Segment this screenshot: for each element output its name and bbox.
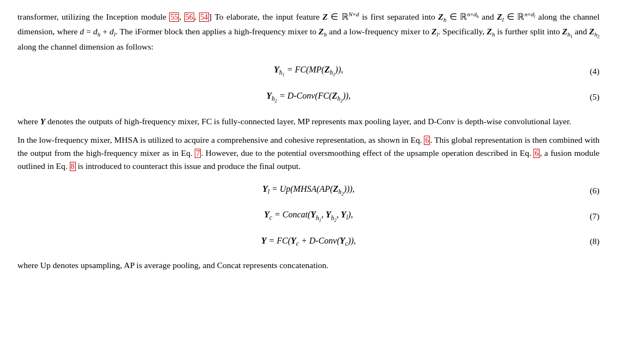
equation-6: Yl = Up(MHSA(AP(Zh2))), (6) bbox=[17, 183, 600, 198]
eq4-formula: Yh1 = FC(MP(Zh1)), bbox=[17, 63, 600, 79]
p1-comma2: , bbox=[194, 12, 199, 21]
equation-4: Yh1 = FC(MP(Zh1)), (4) bbox=[17, 63, 600, 79]
eq8-formula: Y = FC(Yc + D-Conv(Yc)), bbox=[17, 234, 600, 249]
equation-5: Yh2 = D-Conv(FC(Zh2)), (5) bbox=[17, 89, 600, 105]
eq7-number: (7) bbox=[590, 210, 600, 223]
eq6-formula: Yl = Up(MHSA(AP(Zh2))), bbox=[17, 183, 600, 198]
ref-6a[interactable]: 6 bbox=[424, 136, 430, 145]
eq4-number: (4) bbox=[590, 65, 600, 78]
eq8-number: (8) bbox=[590, 235, 600, 248]
eq5-formula: Yh2 = D-Conv(FC(Zh2)), bbox=[17, 89, 600, 105]
p2-text: where Y denotes the outputs of high-freq… bbox=[17, 117, 571, 126]
ref-7[interactable]: 7 bbox=[195, 149, 201, 158]
ref-56[interactable]: 56 bbox=[184, 13, 194, 22]
ref-55[interactable]: 55 bbox=[169, 13, 179, 22]
eq5-number: (5) bbox=[590, 90, 600, 104]
main-content: transformer, utilizing the Inception mod… bbox=[17, 10, 600, 272]
p1-text-1: transformer, utilizing the Inception mod… bbox=[17, 12, 169, 21]
paragraph-3: In the low-frequency mixer, MHSA is util… bbox=[17, 134, 600, 173]
equation-7: Yc = Concat(Yh1, Yh2, Yl), (7) bbox=[17, 208, 600, 224]
ref-6b[interactable]: 6 bbox=[534, 149, 540, 158]
p1-comma1: , bbox=[179, 12, 184, 21]
paragraph-1: transformer, utilizing the Inception mod… bbox=[17, 10, 600, 53]
paragraph-2: where Y denotes the outputs of high-freq… bbox=[17, 115, 600, 128]
ref-8[interactable]: 8 bbox=[70, 162, 76, 171]
p4-text: where Up denotes upsampling, AP is avera… bbox=[17, 260, 328, 270]
ref-54[interactable]: 54 bbox=[199, 13, 209, 22]
p3-text-1: In the low-frequency mixer, MHSA is util… bbox=[17, 135, 424, 144]
equation-8: Y = FC(Yc + D-Conv(Yc)), (8) bbox=[17, 234, 600, 249]
eq7-formula: Yc = Concat(Yh1, Yh2, Yl), bbox=[17, 208, 600, 224]
p3-text-3: . However, due to the potential oversmoo… bbox=[201, 148, 534, 157]
eq6-number: (6) bbox=[590, 184, 600, 197]
p3-text-5: is introduced to counteract this issue a… bbox=[76, 161, 301, 171]
paragraph-4: where Up denotes upsampling, AP is avera… bbox=[17, 259, 600, 272]
